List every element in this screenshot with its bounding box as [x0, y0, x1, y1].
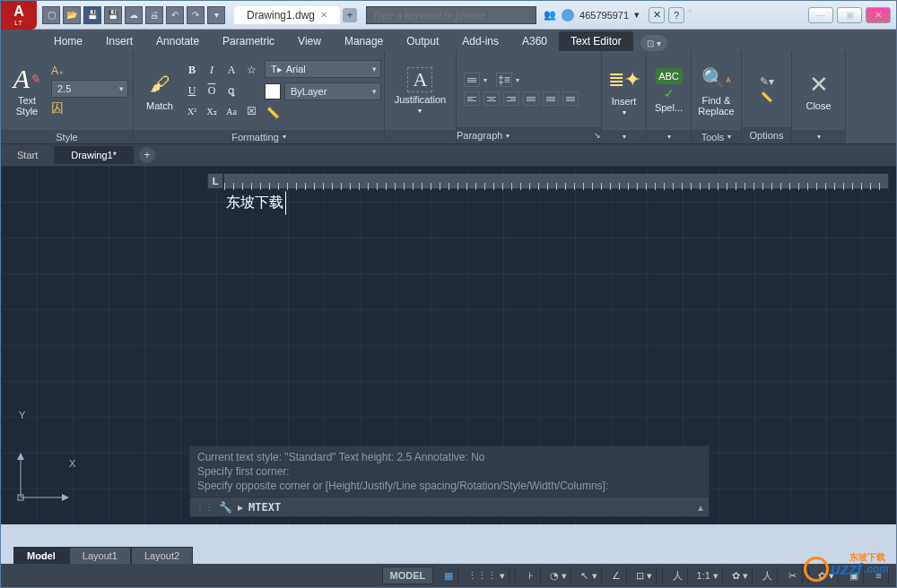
mtext-editor[interactable]: 东坡下载: [223, 191, 286, 215]
options-ruler-button[interactable]: 📏: [761, 91, 773, 103]
qat-open-icon[interactable]: 📂: [63, 6, 81, 24]
text-height-combo[interactable]: 2.5: [51, 80, 128, 98]
tab-insert[interactable]: Insert: [94, 31, 144, 51]
user-menu-icon[interactable]: ▾: [634, 9, 640, 21]
close-editor-button[interactable]: ✕ Close: [800, 55, 838, 126]
clear-button[interactable]: ☒: [243, 103, 259, 119]
text-style-button[interactable]: A✎ Text Style: [8, 55, 46, 126]
status-model-button[interactable]: MODEL: [382, 566, 434, 584]
tab-output[interactable]: Output: [395, 31, 450, 51]
exchange-icon[interactable]: ✕: [649, 7, 665, 23]
horizontal-ruler[interactable]: [223, 173, 889, 189]
linespacing-button[interactable]: ‡≡: [496, 73, 512, 87]
annotative-icon[interactable]: A₊: [51, 65, 128, 77]
fav-button[interactable]: ☆: [243, 62, 259, 78]
color-swatch[interactable]: [265, 83, 281, 99]
command-input[interactable]: MTEXT: [248, 501, 692, 514]
qat-new-icon[interactable]: ▢: [42, 6, 60, 24]
match-button[interactable]: 🖌 Match: [141, 55, 179, 126]
case-button[interactable]: Aa: [223, 103, 239, 119]
qat-save-icon[interactable]: 💾: [83, 6, 101, 24]
close-window-button[interactable]: ✕: [866, 7, 891, 23]
status-grid-icon[interactable]: ▦: [439, 566, 458, 584]
cmd-recent-icon[interactable]: ▴: [698, 501, 703, 514]
tab-a360[interactable]: A360: [510, 31, 559, 51]
search-input[interactable]: [366, 6, 536, 24]
layer-combo[interactable]: ByLayer: [284, 82, 381, 100]
tab-parametric[interactable]: Parametric: [211, 31, 286, 51]
watermark-ball-icon: [804, 557, 829, 582]
cmd-grip-icon[interactable]: ⋮⋮: [196, 502, 213, 512]
tab-manage[interactable]: Manage: [333, 31, 395, 51]
status-angle-icon[interactable]: ∠: [607, 566, 627, 584]
status-isodraft-icon[interactable]: ↖ ▾: [577, 566, 601, 584]
panel-formatting-label: Formatting ▾: [134, 130, 384, 143]
tab-view[interactable]: View: [286, 31, 333, 51]
add-document-button[interactable]: +: [343, 8, 357, 22]
mask-icon[interactable]: 囚: [51, 100, 128, 117]
font-a-button[interactable]: A: [223, 62, 239, 78]
drawtab-start[interactable]: Start: [1, 146, 55, 164]
command-history: Current text style: "Standard" Text heig…: [190, 446, 709, 497]
layout-tab-layout1[interactable]: Layout1: [69, 547, 131, 564]
overline-button[interactable]: O: [204, 82, 220, 99]
subscript-button[interactable]: X₂: [204, 103, 220, 119]
bullets-button[interactable]: [464, 73, 480, 87]
layout-add-button[interactable]: +: [196, 549, 209, 562]
command-window[interactable]: Current text style: "Standard" Text heig…: [189, 445, 710, 517]
align-dist2-button[interactable]: [562, 91, 579, 106]
status-ortho-icon[interactable]: ⊦: [521, 566, 541, 584]
status-gear-icon[interactable]: ✿ ▾: [728, 566, 753, 584]
qat-undo-icon[interactable]: ↶: [166, 6, 184, 24]
tab-home[interactable]: Home: [42, 31, 94, 51]
status-annoscale-icon[interactable]: 人: [668, 566, 688, 584]
status-scale-button[interactable]: 1:1 ▾: [693, 566, 723, 584]
status-snap-icon[interactable]: ⋮⋮⋮ ▾: [464, 566, 509, 584]
qat-cloud-icon[interactable]: ☁: [125, 6, 143, 24]
help-icon[interactable]: ?: [668, 7, 684, 23]
minimize-button[interactable]: —: [808, 7, 833, 23]
justification-button[interactable]: A Justification ▾: [395, 55, 446, 126]
qat-plot-icon[interactable]: 🖨: [145, 6, 163, 24]
cmd-customize-icon[interactable]: 🔧: [219, 501, 232, 514]
ruler-icon[interactable]: 📏: [265, 105, 281, 121]
status-autoscale-icon[interactable]: ✂: [783, 566, 803, 584]
align-center-button[interactable]: [483, 91, 500, 106]
qat-redo-icon[interactable]: ↷: [187, 6, 205, 24]
drawtab-drawing1[interactable]: Drawing1*: [55, 146, 134, 164]
layout-tab-layout2[interactable]: Layout2: [131, 547, 193, 564]
tab-annotate[interactable]: Annotate: [144, 31, 211, 51]
options-more-button[interactable]: ✎▾: [760, 75, 774, 88]
bold-button[interactable]: B: [184, 62, 200, 78]
layout-tab-model[interactable]: Model: [13, 547, 69, 564]
insert-button[interactable]: ≣✦ Insert ▾: [605, 55, 643, 126]
underline-button[interactable]: U: [184, 82, 200, 99]
document-tab[interactable]: Drawing1.dwg ✕: [234, 6, 340, 24]
status-annovisibility-icon[interactable]: 人: [758, 566, 778, 584]
font-combo[interactable]: T▸Arial: [265, 60, 381, 78]
drawing-canvas[interactable]: L 东坡下载 Y X Current text style: "Standard…: [1, 166, 896, 524]
drawtab-add-button[interactable]: +: [139, 147, 155, 163]
user-area[interactable]: 👥 465795971 ▾: [544, 9, 640, 22]
align-justify-button[interactable]: [523, 91, 539, 106]
align-right-button[interactable]: [503, 91, 519, 106]
italic-button[interactable]: I: [204, 62, 220, 78]
app-logo[interactable]: A LT: [1, 1, 37, 30]
spellcheck-button[interactable]: ABC ✓ Spel...: [650, 55, 688, 126]
align-left-button[interactable]: [464, 91, 480, 106]
tab-overflow-button[interactable]: ⊡ ▾: [640, 35, 667, 51]
qat-more-icon[interactable]: ▾: [207, 6, 225, 24]
qat-saveas-icon[interactable]: 💾: [104, 6, 122, 24]
ribbon-tabs: Home Insert Annotate Parametric View Man…: [1, 30, 896, 51]
find-replace-button[interactable]: 🔍ᴀ Find & Replace: [698, 55, 736, 126]
close-tab-icon[interactable]: ✕: [320, 10, 327, 20]
status-polar-icon[interactable]: ◔ ▾: [546, 566, 571, 584]
strike-button[interactable]: ꝗ: [223, 82, 239, 99]
tab-text-editor[interactable]: Text Editor: [559, 31, 633, 51]
status-osnap-icon[interactable]: ⊡ ▾: [632, 566, 657, 584]
align-dist-button[interactable]: [543, 91, 559, 106]
text-style-label: Text Style: [8, 95, 46, 117]
superscript-button[interactable]: X²: [184, 103, 200, 119]
maximize-button[interactable]: ▣: [837, 7, 862, 23]
tab-addins[interactable]: Add-ins: [450, 31, 510, 51]
